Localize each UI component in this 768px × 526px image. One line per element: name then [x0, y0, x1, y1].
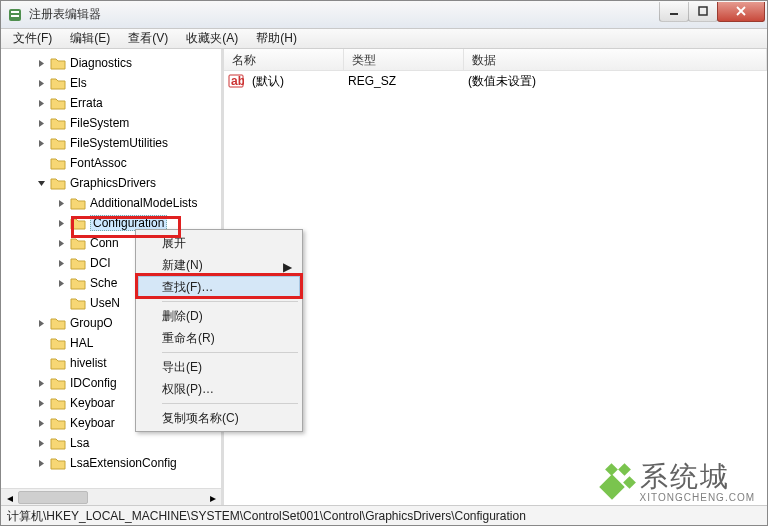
expand-icon[interactable]	[37, 119, 46, 128]
svg-text:ab: ab	[231, 74, 244, 88]
tree-node[interactable]: Lsa	[1, 433, 221, 453]
col-type[interactable]: 类型	[344, 49, 464, 70]
svg-rect-4	[699, 7, 707, 15]
folder-icon	[70, 256, 86, 270]
tree-node-label: Errata	[70, 96, 103, 110]
titlebar: 注册表编辑器	[1, 1, 767, 29]
tree-node-label: LsaExtensionConfig	[70, 456, 177, 470]
status-path: 计算机\HKEY_LOCAL_MACHINE\SYSTEM\ControlSet…	[7, 509, 526, 523]
folder-icon	[70, 296, 86, 310]
tree-node[interactable]: Els	[1, 73, 221, 93]
value-data: (数值未设置)	[460, 71, 544, 92]
tree-node-label: IDConfig	[70, 376, 117, 390]
value-name: (默认)	[244, 71, 340, 92]
expand-icon[interactable]	[37, 99, 46, 108]
folder-icon	[50, 156, 66, 170]
folder-icon	[50, 416, 66, 430]
tree-node-label: Els	[70, 76, 87, 90]
tree-node[interactable]: Errata	[1, 93, 221, 113]
ctx-rename[interactable]: 重命名(R)	[138, 327, 300, 349]
folder-icon	[70, 236, 86, 250]
expand-icon[interactable]	[37, 139, 46, 148]
list-header: 名称 类型 数据	[224, 49, 767, 71]
expand-icon[interactable]	[37, 59, 46, 68]
ctx-delete[interactable]: 删除(D)	[138, 305, 300, 327]
folder-icon	[50, 96, 66, 110]
ctx-permissions[interactable]: 权限(P)…	[138, 378, 300, 400]
ctx-new[interactable]: 新建(N) ▶	[138, 254, 300, 276]
tree-node[interactable]: AdditionalModeLists	[1, 193, 221, 213]
ctx-separator	[162, 403, 298, 404]
expand-icon[interactable]	[57, 259, 66, 268]
expand-icon[interactable]	[57, 279, 66, 288]
menu-file[interactable]: 文件(F)	[5, 28, 60, 49]
maximize-button[interactable]	[688, 2, 718, 22]
value-row[interactable]: ab (默认) REG_SZ (数值未设置)	[224, 71, 767, 91]
expand-icon[interactable]	[37, 179, 46, 188]
tree-node-label: Keyboar	[70, 396, 115, 410]
svg-rect-3	[670, 13, 678, 15]
tree-node-label: hivelist	[70, 356, 107, 370]
folder-icon	[50, 316, 66, 330]
expand-icon[interactable]	[57, 239, 66, 248]
submenu-arrow-icon: ▶	[283, 260, 292, 274]
tree-node[interactable]: LsaExtensionConfig	[1, 453, 221, 473]
expand-icon[interactable]	[37, 359, 46, 368]
col-name[interactable]: 名称	[224, 49, 344, 70]
menu-edit[interactable]: 编辑(E)	[62, 28, 118, 49]
tree-hscrollbar[interactable]: ◂ ▸	[1, 488, 221, 505]
scroll-left-icon[interactable]: ◂	[1, 489, 18, 505]
expand-icon[interactable]	[37, 79, 46, 88]
expand-icon[interactable]	[57, 199, 66, 208]
ctx-separator	[162, 301, 298, 302]
folder-icon	[50, 176, 66, 190]
tree-node-label: FileSystem	[70, 116, 129, 130]
tree-node-label: Conn	[90, 236, 119, 250]
tree-node[interactable]: Diagnostics	[1, 53, 221, 73]
close-button[interactable]	[717, 2, 765, 22]
scroll-thumb[interactable]	[18, 491, 88, 504]
tree-node-label: Sche	[90, 276, 117, 290]
minimize-button[interactable]	[659, 2, 689, 22]
tree-node[interactable]: FileSystem	[1, 113, 221, 133]
app-icon	[7, 7, 23, 23]
ctx-export[interactable]: 导出(E)	[138, 356, 300, 378]
expand-icon[interactable]	[37, 159, 46, 168]
window-title: 注册表编辑器	[29, 6, 660, 23]
expand-icon[interactable]	[37, 459, 46, 468]
menu-favorites[interactable]: 收藏夹(A)	[178, 28, 246, 49]
folder-icon	[50, 456, 66, 470]
scroll-right-icon[interactable]: ▸	[204, 489, 221, 505]
tree-node-label: FontAssoc	[70, 156, 127, 170]
ctx-copy-key-name[interactable]: 复制项名称(C)	[138, 407, 300, 429]
tree-node-label: AdditionalModeLists	[90, 196, 197, 210]
tree-node[interactable]: GraphicsDrivers	[1, 173, 221, 193]
expand-icon[interactable]	[37, 419, 46, 428]
ctx-separator	[162, 352, 298, 353]
folder-icon	[50, 436, 66, 450]
menu-help[interactable]: 帮助(H)	[248, 28, 305, 49]
expand-icon[interactable]	[57, 299, 66, 308]
ctx-find[interactable]: 查找(F)…	[138, 276, 300, 298]
expand-icon[interactable]	[37, 399, 46, 408]
expand-icon[interactable]	[37, 439, 46, 448]
expand-icon[interactable]	[37, 319, 46, 328]
string-value-icon: ab	[228, 73, 244, 89]
ctx-expand[interactable]: 展开	[138, 232, 300, 254]
tree-node[interactable]: FontAssoc	[1, 153, 221, 173]
svg-rect-2	[11, 15, 19, 17]
tree-node[interactable]: FileSystemUtilities	[1, 133, 221, 153]
folder-icon	[50, 356, 66, 370]
tree-node-label: DCI	[90, 256, 111, 270]
menubar: 文件(F) 编辑(E) 查看(V) 收藏夹(A) 帮助(H)	[1, 29, 767, 49]
folder-icon	[50, 396, 66, 410]
tree-node-label: UseN	[90, 296, 120, 310]
menu-view[interactable]: 查看(V)	[120, 28, 176, 49]
expand-icon[interactable]	[57, 219, 66, 228]
expand-icon[interactable]	[37, 339, 46, 348]
col-data[interactable]: 数据	[464, 49, 767, 70]
window-buttons	[660, 2, 765, 22]
folder-icon	[50, 376, 66, 390]
expand-icon[interactable]	[37, 379, 46, 388]
tree-node-label: GroupO	[70, 316, 113, 330]
